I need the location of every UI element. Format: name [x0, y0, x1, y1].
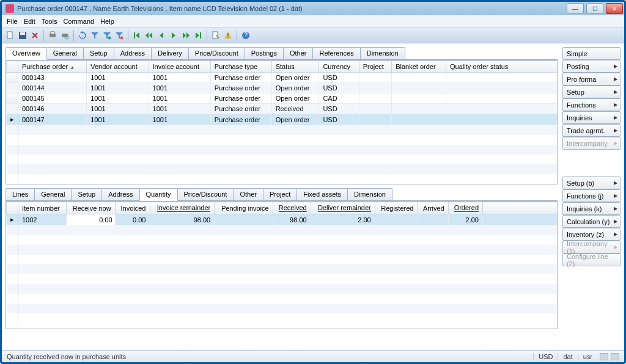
- table-row[interactable]: 000145 1001 1001 Purchase order Open ord…: [7, 93, 558, 104]
- filter-by-field-icon[interactable]: [102, 31, 112, 40]
- side-button-setup-b-[interactable]: Setup (b)▶: [562, 177, 620, 189]
- cell-po[interactable]: 000145: [18, 93, 87, 104]
- cell-purchase-type[interactable]: Purchase order: [210, 73, 271, 83]
- side-button-functions[interactable]: Functions▶: [562, 98, 620, 111]
- tab-line-other[interactable]: Other: [233, 188, 263, 200]
- col-registered[interactable]: Registered: [375, 202, 418, 214]
- nav-prev-icon[interactable]: [144, 31, 154, 40]
- cell-currency[interactable]: USD: [319, 83, 359, 93]
- menu-command[interactable]: Command: [63, 18, 94, 25]
- status-icon-b[interactable]: [611, 353, 619, 360]
- cell-receive-now[interactable]: 0.00: [66, 214, 115, 225]
- cell-project[interactable]: [359, 114, 392, 125]
- minimize-button[interactable]: —: [567, 3, 584, 14]
- col-invoice-remainder[interactable]: Invoice remainder: [150, 202, 215, 214]
- tab-references[interactable]: References: [312, 47, 360, 59]
- cell-blanket-order[interactable]: [392, 104, 446, 114]
- cell-vendor[interactable]: 1001: [87, 104, 149, 114]
- cell-po[interactable]: 000146: [18, 104, 87, 114]
- table-row[interactable]: ▸ 000147 1001 1001 Purchase order Open o…: [7, 114, 558, 125]
- col-ordered[interactable]: Ordered: [448, 202, 482, 214]
- side-button-trade-agrmt-[interactable]: Trade agrmt.▶: [562, 124, 620, 137]
- col-vendor-account[interactable]: Vendor account: [87, 61, 149, 73]
- cell-quality-order-status[interactable]: [446, 73, 558, 83]
- cell-vendor[interactable]: 1001: [87, 93, 149, 104]
- cell-status[interactable]: Received: [271, 104, 319, 114]
- col-item-number[interactable]: Item number: [18, 202, 67, 214]
- filter-icon[interactable]: [90, 31, 100, 40]
- close-button[interactable]: ✕: [606, 3, 623, 14]
- cell-project[interactable]: [359, 73, 392, 83]
- menu-edit[interactable]: Edit: [24, 18, 35, 25]
- cell-invoice-account[interactable]: 1001: [149, 83, 210, 93]
- col-purchase-order[interactable]: Purchase order▲: [18, 61, 87, 73]
- cell-arrived[interactable]: [418, 214, 448, 225]
- nav-next-icon[interactable]: [181, 31, 191, 40]
- tab-line-general[interactable]: General: [34, 188, 72, 200]
- side-button-calculation-y-[interactable]: Calculation (y)▶: [562, 215, 620, 228]
- clear-filter-icon[interactable]: [114, 31, 124, 40]
- header-grid[interactable]: Purchase order▲ Vendor account Invoice a…: [6, 60, 558, 184]
- cell-purchase-type[interactable]: Purchase order: [210, 93, 271, 104]
- delete-icon[interactable]: [30, 31, 40, 40]
- nav-forward-icon[interactable]: [169, 31, 179, 40]
- side-button-pro-forma[interactable]: Pro forma▶: [562, 73, 620, 86]
- tab-overview[interactable]: Overview: [6, 47, 47, 60]
- col-quality-order-status[interactable]: Quality order status: [446, 61, 558, 73]
- cell-status[interactable]: Open order: [271, 73, 319, 83]
- tab-dimension[interactable]: Dimension: [360, 47, 405, 59]
- cell-vendor[interactable]: 1001: [87, 73, 149, 83]
- cell-deliver-remainder[interactable]: 2.00: [311, 214, 375, 225]
- cell-received[interactable]: 98.00: [273, 214, 311, 225]
- side-button-inquiries-k-[interactable]: Inquiries (k)▶: [562, 202, 620, 215]
- menu-tools[interactable]: Tools: [42, 18, 57, 25]
- cell-item-number[interactable]: 1002: [18, 214, 67, 225]
- cell-registered[interactable]: [375, 214, 418, 225]
- side-button-simple[interactable]: Simple: [562, 47, 620, 60]
- cell-status[interactable]: Open order: [271, 114, 319, 125]
- print-icon[interactable]: [48, 31, 57, 40]
- tab-line-setup[interactable]: Setup: [71, 188, 102, 200]
- side-button-functions-j-[interactable]: Functions (j)▶: [562, 189, 620, 202]
- col-purchase-type[interactable]: Purchase type: [210, 61, 271, 73]
- side-button-inquiries[interactable]: Inquiries▶: [562, 111, 620, 124]
- table-row[interactable]: 000143 1001 1001 Purchase order Open ord…: [7, 73, 558, 83]
- cell-project[interactable]: [359, 104, 392, 114]
- cell-vendor[interactable]: 1001: [87, 114, 149, 125]
- col-pending-invoice[interactable]: Pending invoice: [215, 202, 273, 214]
- line-row[interactable]: ▸ 1002 0.00 0.00 98.00 98.00 2.00 2.00: [7, 214, 558, 225]
- cell-invoice-remainder[interactable]: 98.00: [150, 214, 215, 225]
- col-currency[interactable]: Currency: [319, 61, 359, 73]
- cell-invoice-account[interactable]: 1001: [149, 93, 210, 104]
- tab-postings[interactable]: Postings: [245, 47, 284, 59]
- new-icon[interactable]: [6, 31, 15, 40]
- tab-lines[interactable]: Lines: [6, 188, 35, 200]
- tab-address[interactable]: Address: [114, 47, 152, 59]
- cell-currency[interactable]: USD: [319, 114, 359, 125]
- col-invoiced[interactable]: Invoiced: [115, 202, 150, 214]
- tab-delivery[interactable]: Delivery: [151, 47, 189, 59]
- cell-invoiced[interactable]: 0.00: [115, 214, 150, 225]
- cell-purchase-type[interactable]: Purchase order: [210, 83, 271, 93]
- tab-line-address[interactable]: Address: [101, 188, 139, 200]
- col-project[interactable]: Project: [359, 61, 392, 73]
- lines-grid[interactable]: Item number Receive now Invoiced Invoice…: [6, 202, 558, 323]
- cell-quality-order-status[interactable]: [446, 93, 558, 104]
- alert-icon[interactable]: !: [223, 31, 233, 40]
- cell-blanket-order[interactable]: [392, 83, 446, 93]
- cell-status[interactable]: Open order: [271, 83, 319, 93]
- cell-purchase-type[interactable]: Purchase order: [210, 114, 271, 125]
- cell-project[interactable]: [359, 83, 392, 93]
- cell-currency[interactable]: USD: [319, 104, 359, 114]
- table-row[interactable]: 000146 1001 1001 Purchase order Received…: [7, 104, 558, 114]
- cell-blanket-order[interactable]: [392, 93, 446, 104]
- cell-vendor[interactable]: 1001: [87, 83, 149, 93]
- save-icon[interactable]: [18, 31, 28, 40]
- col-invoice-account[interactable]: Invoice account: [149, 61, 210, 73]
- cell-po[interactable]: 000144: [18, 83, 87, 93]
- maximize-button[interactable]: ☐: [586, 3, 603, 14]
- col-status[interactable]: Status: [271, 61, 319, 73]
- col-blanket-order[interactable]: Blanket order: [392, 61, 446, 73]
- cell-invoice-account[interactable]: 1001: [149, 104, 210, 114]
- cell-blanket-order[interactable]: [392, 114, 446, 125]
